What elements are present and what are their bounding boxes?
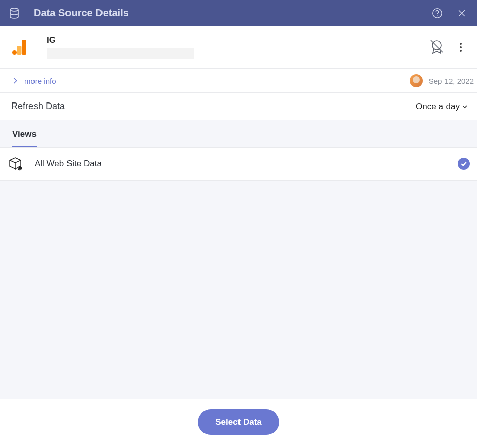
certificate-icon[interactable]: [428, 39, 446, 56]
select-data-button[interactable]: Select Data: [198, 409, 279, 435]
chevron-right-icon[interactable]: [11, 77, 19, 85]
meta-row: more info Sep 12, 2022: [0, 69, 477, 93]
view-name: All Web Site Data: [35, 159, 458, 169]
svg-point-9: [19, 167, 21, 169]
svg-point-6: [432, 41, 441, 50]
avatar[interactable]: [410, 74, 423, 87]
chevron-down-icon: [462, 104, 468, 110]
tab-bar: Views: [0, 120, 477, 148]
refresh-frequency-dropdown[interactable]: Once a day: [416, 101, 468, 112]
svg-point-2: [437, 15, 437, 16]
tab-views[interactable]: Views: [12, 129, 37, 147]
footer: Select Data: [0, 399, 477, 448]
refresh-row: Refresh Data Once a day: [0, 93, 477, 120]
more-info-link[interactable]: more info: [24, 77, 56, 85]
close-icon[interactable]: [456, 7, 468, 19]
check-badge-icon: [458, 158, 470, 170]
view-row[interactable]: All Web Site Data: [0, 148, 477, 181]
svg-point-0: [10, 8, 18, 11]
source-name: IG: [47, 35, 428, 45]
refresh-label: Refresh Data: [11, 101, 416, 112]
page-title: Data Source Details: [33, 7, 419, 19]
help-icon[interactable]: [431, 7, 444, 19]
database-icon: [9, 8, 19, 19]
source-subtitle-redacted: [47, 48, 194, 59]
more-menu-icon[interactable]: [456, 42, 466, 52]
cube-view-icon: [8, 157, 22, 171]
refresh-value-text: Once a day: [416, 101, 460, 112]
svg-rect-3: [22, 40, 26, 55]
google-analytics-icon: [12, 40, 26, 55]
titlebar: Data Source Details: [0, 0, 477, 26]
created-date: Sep 12, 2022: [429, 77, 474, 85]
source-header: IG: [0, 26, 477, 69]
svg-point-5: [12, 50, 17, 55]
empty-area: [0, 181, 477, 399]
svg-rect-4: [17, 46, 22, 55]
